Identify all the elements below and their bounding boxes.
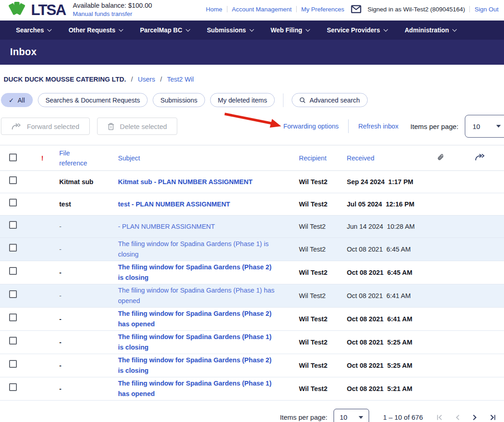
chevron-down-icon — [185, 27, 190, 31]
sign-out-link[interactable]: Sign Out — [474, 6, 499, 13]
row-subject-link[interactable]: The filing window for Spadina Gardens (P… — [118, 287, 274, 304]
row-checkbox[interactable] — [9, 199, 17, 206]
my-preferences-link[interactable]: My Preferences — [301, 6, 345, 13]
top-header: LTSA Available balance: $100.00 Manual f… — [0, 0, 504, 21]
filter-submissions[interactable]: Submissions — [153, 93, 205, 107]
delete-selected-button[interactable]: Delete selected — [97, 118, 177, 135]
row-priority-cell — [28, 308, 50, 331]
manual-funds-transfer-link[interactable]: Manual funds transfer — [73, 10, 133, 17]
nav-item-other-requests[interactable]: Other Requests — [68, 27, 123, 34]
table-row: - The filing window for Spadina Gardens … — [0, 238, 504, 261]
table-row: test test - PLAN NUMBER ASSIGNMENT Wil T… — [0, 193, 504, 216]
row-checkbox[interactable] — [9, 290, 17, 298]
row-received: Jun 14 2024 10:28 AM — [347, 216, 425, 238]
page-title: Inbox — [10, 46, 36, 58]
red-annotation-arrow — [221, 109, 286, 132]
chevron-down-icon — [119, 27, 123, 31]
row-forward-cell — [456, 284, 504, 308]
row-attachment-cell — [425, 308, 456, 331]
row-subject-link[interactable]: The filing window for Spadina Gardens (P… — [118, 263, 272, 281]
search-icon — [299, 97, 306, 103]
row-attachment-cell — [425, 354, 456, 377]
forward-selected-button[interactable]: Forward selected — [1, 118, 90, 135]
subject-column-header[interactable]: Subject — [118, 154, 140, 162]
table-row: - The filing window for Spadina Gardens … — [0, 308, 504, 331]
row-checkbox[interactable] — [9, 383, 17, 391]
row-subject-link[interactable]: The filing window for Spadina Gardens (P… — [118, 333, 272, 351]
home-link[interactable]: Home — [206, 6, 222, 13]
pagination-range: 1 – 10 of 676 — [383, 413, 423, 421]
row-received: Oct 08 2021 5:25 AM — [347, 354, 425, 377]
filter-searches-document-requests[interactable]: Searches & Document Requests — [38, 93, 148, 107]
file-reference-column-header[interactable]: File reference — [59, 160, 96, 167]
forward-icon — [11, 123, 21, 130]
row-checkbox[interactable] — [9, 337, 17, 345]
row-checkbox[interactable] — [9, 267, 17, 275]
row-checkbox[interactable] — [9, 360, 17, 368]
row-attachment-cell — [425, 284, 456, 308]
nav-item-web-filing[interactable]: Web Filing — [271, 27, 310, 34]
row-checkbox[interactable] — [9, 244, 17, 252]
account-management-link[interactable]: Account Management — [232, 6, 292, 13]
ltsa-logo[interactable]: LTSA — [0, 0, 66, 19]
table-row: Kitmat sub Kitmat sub - PLAN NUMBER ASSI… — [0, 171, 504, 193]
available-balance: Available balance: $100.00 — [73, 2, 152, 9]
first-page-button[interactable] — [437, 414, 443, 421]
nav-item-parcelmap-bc[interactable]: ParcelMap BC — [140, 27, 190, 34]
row-received: Oct 08 2021 6:41 AM — [347, 308, 425, 331]
ltsa-logo-icon — [4, 1, 30, 19]
forwarding-options-link[interactable]: Forwarding options — [283, 123, 339, 130]
row-priority-cell — [28, 377, 50, 401]
nav-item-submissions[interactable]: Submissions — [207, 27, 253, 34]
forward-column-icon — [475, 155, 485, 162]
nav-item-searches[interactable]: Searches — [16, 27, 51, 34]
pager-controls — [437, 414, 496, 421]
breadcrumb-account: DUCK DUCK MOUSSE CATERING LTD. — [4, 76, 126, 83]
chevron-down-icon — [306, 27, 310, 31]
signed-in-text: Signed in as Wil-Test2 (809045164) — [368, 6, 465, 13]
received-column-header[interactable]: Received — [347, 154, 374, 162]
recipient-column-header[interactable]: Recipient — [299, 154, 326, 162]
nav-item-administration[interactable]: Administration — [405, 27, 456, 34]
row-forward-cell — [456, 193, 504, 216]
table-row: - The filing window for Spadina Gardens … — [0, 261, 504, 284]
last-page-button[interactable] — [489, 414, 496, 421]
nav-item-service-providers[interactable]: Service Providers — [327, 27, 387, 34]
row-received: Sep 24 2024 1:17 PM — [347, 171, 425, 193]
row-forward-cell — [456, 216, 504, 238]
mail-envelope-icon[interactable] — [351, 5, 361, 13]
filter-all[interactable]: ✓ All — [1, 93, 33, 107]
row-file-reference: - — [50, 308, 114, 331]
row-attachment-cell — [425, 377, 456, 401]
row-priority-cell — [28, 238, 50, 261]
row-attachment-cell — [425, 193, 456, 216]
row-checkbox[interactable] — [9, 221, 17, 229]
select-all-checkbox[interactable] — [9, 154, 17, 161]
inbox-table: ! File reference Subject Recipient Recei… — [0, 145, 504, 401]
row-subject-link[interactable]: test - PLAN NUMBER ASSIGNMENT — [118, 201, 230, 208]
row-subject-link[interactable]: Kitmat sub - PLAN NUMBER ASSIGNMENT — [118, 178, 252, 185]
row-recipient: Wil Test2 — [299, 216, 347, 238]
row-attachment-cell — [425, 331, 456, 354]
breadcrumb-users-link[interactable]: Users — [138, 76, 155, 83]
row-received: Jul 05 2024 12:16 PM — [347, 193, 425, 216]
items-per-page-select[interactable]: 10 — [465, 115, 504, 138]
refresh-inbox-link[interactable]: Refresh inbox — [358, 123, 398, 130]
items-per-page-select[interactable]: 10 — [334, 409, 369, 422]
row-subject-link[interactable]: The filing window for Spadina Gardens (P… — [118, 380, 272, 397]
breadcrumb-user-link[interactable]: Test2 Wil — [167, 76, 194, 83]
filter-my-deleted-items[interactable]: My deleted items — [210, 93, 275, 107]
next-page-button[interactable] — [472, 414, 478, 421]
advanced-search-button[interactable]: Advanced search — [292, 93, 367, 107]
divider — [227, 6, 227, 12]
row-checkbox[interactable] — [9, 176, 17, 184]
row-subject-link[interactable]: The filing window for Spadina Gardens (P… — [118, 356, 272, 374]
chevron-down-icon — [383, 27, 388, 31]
row-subject-link[interactable]: The filing window for Spadina Gardens (P… — [118, 310, 272, 328]
row-subject-link[interactable]: - PLAN NUMBER ASSIGNMENT — [118, 223, 215, 230]
previous-page-button[interactable] — [455, 414, 460, 421]
row-checkbox[interactable] — [9, 314, 17, 321]
row-subject-link[interactable]: The filing window for Spadina Gardens (P… — [118, 240, 268, 258]
items-per-page-label: Items per page: — [410, 123, 458, 130]
breadcrumb-separator: / — [160, 76, 162, 83]
